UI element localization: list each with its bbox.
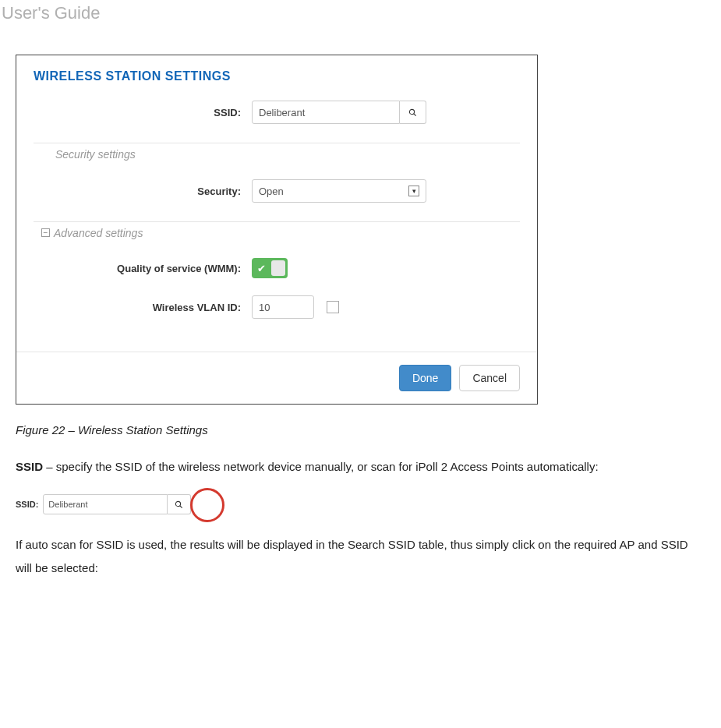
panel-title: WIRELESS STATION SETTINGS xyxy=(34,69,520,83)
paragraph-1: SSID – specify the SSID of the wireless … xyxy=(16,455,705,479)
paragraph-2: If auto scan for SSID is used, the resul… xyxy=(16,533,705,580)
small-ssid-label: SSID: xyxy=(16,500,38,509)
vlan-input[interactable] xyxy=(252,295,314,319)
ssid-row: SSID: xyxy=(34,101,520,124)
vlan-label: Wireless VLAN ID: xyxy=(34,302,252,313)
collapse-toggle-icon[interactable]: − xyxy=(41,228,50,237)
highlight-circle xyxy=(190,488,224,522)
page-header: User's Guide xyxy=(0,0,721,23)
security-select[interactable]: Open ▾ xyxy=(252,179,426,203)
check-icon: ✔ xyxy=(257,263,266,274)
advanced-section-title: − Advanced settings xyxy=(34,225,520,241)
search-icon xyxy=(408,108,417,117)
vlan-checkbox[interactable] xyxy=(327,301,339,313)
small-ssid-search-button[interactable] xyxy=(168,494,191,514)
small-ssid-input[interactable] xyxy=(43,494,168,514)
figure-caption: Figure 22 – Wireless Station Settings xyxy=(16,423,721,436)
chevron-down-icon: ▾ xyxy=(408,186,419,196)
cancel-button[interactable]: Cancel xyxy=(459,365,520,391)
ssid-search-button[interactable] xyxy=(400,101,426,124)
svg-point-2 xyxy=(176,501,181,506)
panel-footer: Done Cancel xyxy=(16,352,537,404)
vlan-row: Wireless VLAN ID: xyxy=(34,295,520,319)
ssid-inline-figure: SSID: xyxy=(16,494,218,514)
wmm-label: Quality of service (WMM): xyxy=(34,263,252,274)
settings-panel-screenshot: WIRELESS STATION SETTINGS SSID: Security… xyxy=(16,55,538,405)
search-icon xyxy=(175,500,183,509)
para1-rest: – specify the SSID of the wireless netwo… xyxy=(43,460,599,473)
security-label: Security: xyxy=(34,186,252,197)
security-section-title: Security settings xyxy=(34,147,520,162)
advanced-section-label: Advanced settings xyxy=(54,227,143,239)
wmm-toggle[interactable]: ✔ xyxy=(252,258,288,278)
ssid-label: SSID: xyxy=(34,107,252,118)
ssid-input[interactable] xyxy=(252,101,400,124)
svg-line-1 xyxy=(414,113,416,115)
security-row: Security: Open ▾ xyxy=(34,179,520,203)
security-value: Open xyxy=(259,186,284,197)
svg-point-0 xyxy=(409,109,414,114)
svg-line-3 xyxy=(180,505,182,507)
toggle-knob xyxy=(271,260,285,276)
done-button[interactable]: Done xyxy=(399,365,451,391)
ssid-term: SSID xyxy=(16,460,43,473)
wmm-row: Quality of service (WMM): ✔ xyxy=(34,258,520,278)
